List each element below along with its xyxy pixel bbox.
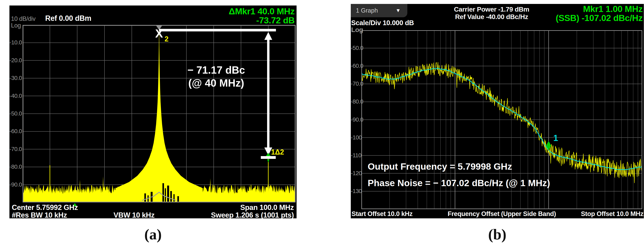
y-axis-tick-label: -80.0 <box>351 98 360 105</box>
vbw-label: VBW 10 kHz <box>114 211 154 219</box>
log-scale-label: Log <box>11 22 21 29</box>
spur-level-value: − 71.17 dBc <box>161 64 271 76</box>
spectrum-analyzer-panel: 10 dB/div Log Ref 0.00 dBm ΔMkr1 40.0 MH… <box>10 6 296 218</box>
y-axis-tick-label: -10.0 <box>10 39 21 46</box>
delta-marker-level-readout: -73.72 dB <box>177 15 294 26</box>
spur-level-annotation: − 71.17 dBc (@ 40 MHz) <box>161 64 271 90</box>
y-axis-tick-label: -90.0 <box>10 181 21 188</box>
y-axis-tick-label: -50.0 <box>351 44 360 51</box>
y-axis-tick-label: -50.0 <box>10 110 21 117</box>
y-axis-tick-label: -20.0 <box>10 57 21 64</box>
span-label: Span 100.0 MHz <box>196 204 294 212</box>
ref-level-label: Ref 0.00 dBm <box>45 14 91 22</box>
chevron-down-icon: ▼ <box>396 8 401 14</box>
y-axis-tick-label: -130 <box>351 188 360 194</box>
spur-level-offset: (@ 40 MHz) <box>161 76 271 90</box>
marker1-number: 1 <box>553 133 558 143</box>
caption-a: (a) <box>10 226 296 243</box>
y-axis-tick-label: -30.0 <box>10 74 21 81</box>
spectrum-plot: X21Δ2 <box>22 25 296 202</box>
y-axis-tick-label: -70.0 <box>10 146 21 152</box>
y-axis-tick-label: -70.0 <box>351 80 360 87</box>
marker2-number: 2 <box>164 35 168 43</box>
delta-level-bar <box>261 156 276 159</box>
delta-marker-freq-readout: ΔMkr1 40.0 MHz <box>177 6 294 16</box>
arrow-up-icon <box>264 32 272 40</box>
y-axis-tick-label: -80.0 <box>10 163 21 170</box>
scale-div-label: Scale/Div 10.000 dB <box>351 19 414 27</box>
y-axis-tick-label: -60.0 <box>351 62 360 69</box>
graph-selector-value: 1 Graph <box>356 7 378 14</box>
phase-noise-annotation: Phase Noise = − 107.02 dBc/Hz (@ 1 MHz) <box>368 178 550 188</box>
average-phase-noise-trace <box>362 68 642 170</box>
reference-level-bar <box>159 29 276 32</box>
delta-marker-icon <box>266 153 271 156</box>
y-axis-tick-label: -100 <box>351 134 360 141</box>
sweep-label: Sweep 1.206 s (1001 pts) <box>156 211 294 219</box>
y-axis-tick-label: -110 <box>351 152 360 159</box>
marker-value-readout: (SSB) -107.02 dBc/Hz <box>505 13 643 23</box>
phase-noise-panel: 1 Graph ▼ Scale/Div 10.000 dB Log Carrie… <box>351 4 644 218</box>
y-axis-tick-label: -90.0 <box>351 116 360 123</box>
caption-b: (b) <box>351 226 644 243</box>
delta-marker-tip-icon <box>267 159 270 162</box>
marker-freq-readout: Mkr1 1.00 MHz <box>505 4 643 14</box>
y-axis-tick-label: -40.0 <box>10 92 21 99</box>
output-frequency-annotation: Output Frequency = 5.79998 GHz <box>368 161 512 172</box>
marker2-icon: X <box>155 27 163 40</box>
scale-per-div-label: 10 dB/div <box>11 15 36 22</box>
arrow-shaft <box>267 40 270 148</box>
y-axis-tick-label: -60.0 <box>10 128 21 134</box>
y-axis-tick-label: -120 <box>351 170 360 176</box>
delta-marker-label: 1Δ2 <box>271 148 284 156</box>
carrier-peak-trace <box>116 28 203 202</box>
graph-selector-dropdown[interactable]: 1 Graph ▼ <box>351 4 407 17</box>
res-bw-label: #Res BW 10 kHz <box>12 211 67 219</box>
center-frequency-label: Center 5.75992 GHz <box>12 204 78 212</box>
stop-offset-label: Stop Offset 10.0 MHz <box>526 210 644 218</box>
